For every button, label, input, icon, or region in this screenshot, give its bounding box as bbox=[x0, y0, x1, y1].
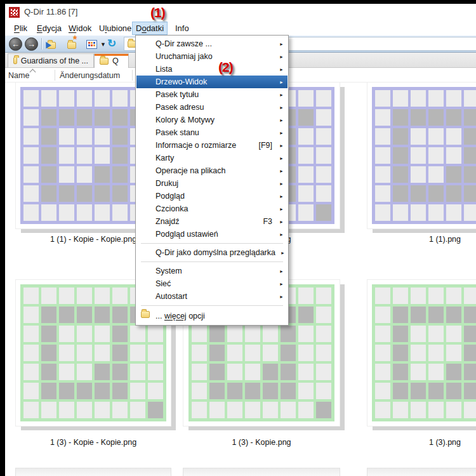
menubar-item-ulubione[interactable]: Ulubione bbox=[95, 22, 135, 35]
pattern-cell bbox=[41, 185, 56, 202]
pattern-cell bbox=[464, 90, 476, 107]
menubar-item-info[interactable]: Info bbox=[171, 22, 193, 35]
submenu-arrow-icon: ► bbox=[277, 282, 284, 286]
pattern-cell bbox=[148, 364, 163, 380]
submenu-arrow-icon: ► bbox=[277, 232, 284, 237]
menu-item-kolory-motywy[interactable]: Kolory & Motywy ► bbox=[136, 114, 288, 126]
pattern-cell bbox=[95, 402, 110, 418]
refresh-button[interactable]: ↻ bbox=[107, 37, 116, 50]
view-grid-icon bbox=[93, 42, 95, 44]
pattern-cell bbox=[77, 326, 92, 342]
parent-folder-button[interactable] bbox=[47, 40, 56, 51]
column-header-name[interactable]: Name bbox=[8, 71, 29, 80]
menu-item-lista[interactable]: Lista ► bbox=[136, 63, 288, 76]
tab-guardians-of-the[interactable]: Guardians of the ... bbox=[8, 53, 94, 67]
pattern-cell bbox=[428, 326, 444, 342]
pattern-cell bbox=[446, 147, 461, 164]
pattern-cell bbox=[112, 326, 128, 342]
pattern-cell bbox=[464, 128, 476, 145]
menubar-item-edycja[interactable]: Edycja bbox=[33, 22, 65, 35]
column-divider[interactable] bbox=[132, 70, 133, 81]
pattern-cell bbox=[446, 383, 461, 399]
pattern-cell bbox=[192, 364, 207, 380]
menu-item-shortcut: F3 bbox=[263, 217, 277, 226]
menu-item-system[interactable]: System ► bbox=[136, 265, 288, 277]
view-dropdown-button[interactable]: ▼ bbox=[100, 41, 106, 48]
submenu-arrow-icon: ► bbox=[277, 220, 284, 224]
pattern-cell bbox=[464, 345, 476, 361]
menu-item-drukuj[interactable]: Drukuj ► bbox=[136, 177, 288, 190]
pattern-cell bbox=[375, 109, 390, 126]
menu-item-label: Q-Dir zawsze ... bbox=[155, 39, 212, 48]
pattern-cell bbox=[263, 364, 278, 380]
pattern-cell bbox=[59, 147, 74, 164]
menu-item-label: Pasek tytułu bbox=[155, 90, 199, 99]
menubar-item-widok[interactable]: Widok bbox=[65, 22, 95, 35]
qdir-app-icon bbox=[9, 7, 20, 18]
pattern-cell bbox=[59, 166, 74, 183]
pattern-cell bbox=[59, 204, 74, 221]
menu-item-pasek-tytułu[interactable]: Pasek tytułu ► bbox=[136, 88, 288, 101]
forward-arrow-icon: → bbox=[27, 39, 36, 49]
pattern-cell bbox=[112, 109, 128, 126]
pattern-cell bbox=[59, 128, 74, 145]
tab-q[interactable]: Q bbox=[94, 53, 129, 68]
pattern-cell bbox=[77, 383, 92, 399]
menu-item-czcionka[interactable]: Czcionka ► bbox=[136, 202, 288, 215]
menu-item-uruchamiaj-jako[interactable]: Uruchamiaj jako ► bbox=[136, 50, 288, 63]
menu-item-więcej-opcji[interactable]: ... więcej opcji ► bbox=[136, 308, 288, 323]
pattern-cell bbox=[41, 364, 56, 380]
menu-item-pasek-stanu[interactable]: Pasek stanu ► bbox=[136, 126, 288, 139]
menu-item-autostart[interactable]: Autostart ► bbox=[136, 290, 288, 303]
menu-item-drzewo-widok[interactable]: Drzewo-Widok ► bbox=[136, 76, 288, 88]
file-item-1-3-png[interactable]: 1 (3).png bbox=[367, 279, 476, 460]
menu-item-q-dir-zawsze[interactable]: Q-Dir zawsze ... ► bbox=[136, 37, 288, 50]
pattern-cell bbox=[428, 204, 444, 221]
pattern-cell bbox=[316, 90, 331, 107]
column-header-date[interactable]: Änderungsdatum bbox=[60, 71, 120, 80]
pattern-cell bbox=[428, 128, 444, 145]
pattern-cell bbox=[245, 345, 260, 361]
pattern-cell bbox=[227, 326, 242, 342]
submenu-arrow-icon: ► bbox=[277, 294, 284, 299]
pattern-cell bbox=[393, 166, 408, 183]
pattern-cell bbox=[393, 128, 408, 145]
menu-item-znajdź[interactable]: Znajdź F3 ► bbox=[136, 215, 288, 228]
file-name: 1 (1).png bbox=[359, 235, 476, 244]
pattern-cell bbox=[95, 109, 110, 126]
column-divider[interactable] bbox=[55, 70, 55, 81]
pattern-cell bbox=[227, 364, 242, 380]
pattern-cell bbox=[77, 90, 92, 107]
pattern-cell bbox=[446, 402, 461, 418]
view-grid-icon bbox=[91, 42, 93, 44]
pattern-cell bbox=[298, 166, 314, 183]
pattern-cell bbox=[59, 383, 74, 399]
pattern-cell bbox=[148, 326, 163, 342]
menubar-item-dodatki[interactable]: Dodatki bbox=[132, 22, 168, 35]
menu-item-podgląd[interactable]: Podgląd ► bbox=[136, 190, 288, 202]
menu-item-podgląd-ustawień[interactable]: Podgląd ustawień ► bbox=[136, 228, 288, 241]
forward-button[interactable]: → bbox=[25, 37, 38, 51]
pattern-cell bbox=[298, 185, 314, 202]
file-item-1-1-png[interactable]: 1 (1).png bbox=[367, 82, 476, 263]
desktop-background: { "window": { "title": "Q-Dir 11.86 [7]"… bbox=[0, 0, 476, 476]
submenu-arrow-icon: ► bbox=[277, 67, 284, 72]
pattern-cell bbox=[446, 345, 461, 361]
menu-item-operacje-na-plikach[interactable]: Operacje na plikach ► bbox=[136, 164, 288, 177]
menu-item-label: Lista bbox=[155, 65, 172, 74]
menu-item-informacje-o-rozmiarze[interactable]: Informacje o rozmiarze [F9] ► bbox=[136, 139, 288, 152]
refresh-icon: ↻ bbox=[107, 37, 116, 50]
menu-item-karty[interactable]: Karty ► bbox=[136, 152, 288, 164]
pattern-cell bbox=[209, 364, 225, 380]
back-button[interactable]: ← bbox=[9, 37, 22, 51]
pattern-cell bbox=[41, 90, 56, 107]
pattern-cell bbox=[112, 128, 128, 145]
view-mode-button[interactable] bbox=[86, 40, 97, 49]
menu-item-pasek-adresu[interactable]: Pasek adresu ► bbox=[136, 101, 288, 114]
menu-item-sieć[interactable]: Sieć ► bbox=[136, 277, 288, 290]
pattern-cell bbox=[263, 345, 278, 361]
menu-item-q-dir-jako-domyślna-przeglądarka[interactable]: Q-Dir jako domyślna przeglądarka ► bbox=[136, 246, 288, 259]
new-folder-button[interactable]: * bbox=[67, 40, 76, 51]
pattern-cell bbox=[77, 402, 92, 418]
menubar-item-plik[interactable]: Plik bbox=[10, 22, 31, 35]
